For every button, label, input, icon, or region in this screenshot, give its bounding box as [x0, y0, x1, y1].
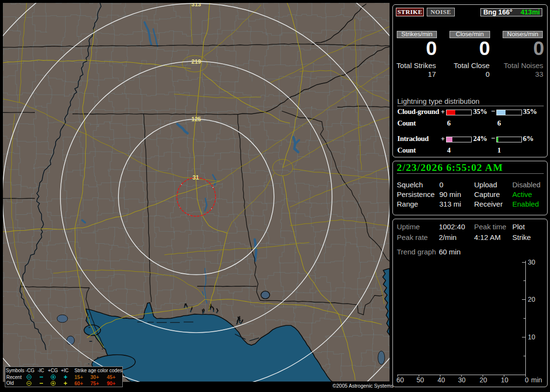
svg-text:10: 10 [528, 333, 536, 341]
svg-text:40: 40 [437, 376, 445, 384]
svg-text:90+: 90+ [107, 380, 116, 386]
svg-text:30: 30 [528, 258, 536, 266]
svg-text:31: 31 [192, 174, 199, 181]
svg-text:©2005 Astrogenic Systems: ©2005 Astrogenic Systems [333, 383, 393, 389]
svg-text:125: 125 [191, 116, 201, 123]
svg-text:+CG: +CG [48, 368, 58, 373]
svg-text:60: 60 [396, 376, 404, 384]
svg-text:75+: 75+ [90, 380, 99, 386]
svg-text:219: 219 [191, 58, 201, 65]
svg-text:Symbols: Symbols [6, 368, 24, 373]
svg-text:-IC: -IC [38, 368, 44, 373]
svg-text:30: 30 [458, 376, 466, 384]
svg-text:60+: 60+ [74, 380, 83, 386]
svg-text:50: 50 [417, 376, 424, 384]
svg-text:Old: Old [6, 380, 14, 386]
svg-text:30+: 30+ [90, 374, 99, 380]
svg-text:-CG: -CG [26, 368, 35, 373]
svg-text:20: 20 [479, 376, 487, 384]
svg-text:Strike age color codes: Strike age color codes [74, 368, 122, 373]
svg-text:+IC: +IC [61, 368, 69, 373]
svg-text:Recent: Recent [6, 375, 22, 380]
svg-text:45+: 45+ [107, 374, 116, 380]
svg-text:min: min [531, 376, 542, 384]
svg-text:10: 10 [501, 376, 508, 384]
svg-text:20: 20 [528, 295, 536, 303]
svg-text:15+: 15+ [74, 374, 83, 380]
svg-text:0: 0 [525, 376, 529, 384]
